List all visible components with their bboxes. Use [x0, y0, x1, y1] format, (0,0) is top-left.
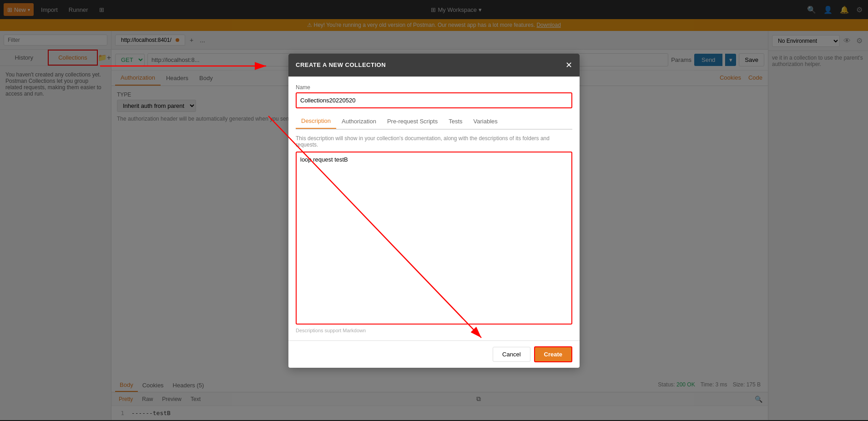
- cancel-button[interactable]: Cancel: [493, 347, 530, 362]
- modal-close-button[interactable]: ✕: [565, 60, 572, 70]
- modal-tab-prerequest[interactable]: Pre-request Scripts: [382, 114, 443, 129]
- modal-body: Name Description Authorization Pre-reque…: [288, 77, 580, 340]
- modal-tab-variables[interactable]: Variables: [468, 114, 503, 129]
- modal-tab-authorization[interactable]: Authorization: [336, 114, 382, 129]
- modal-footer: Cancel Create: [288, 340, 580, 368]
- markdown-hint: Descriptions support Markdown: [296, 328, 572, 333]
- create-button[interactable]: Create: [534, 346, 572, 362]
- modal-tabs: Description Authorization Pre-request Sc…: [296, 114, 572, 130]
- modal-name-label: Name: [296, 84, 572, 91]
- modal-tab-description[interactable]: Description: [296, 114, 336, 129]
- collection-name-input[interactable]: [296, 92, 572, 108]
- collection-description-input[interactable]: loop request testB: [296, 152, 572, 325]
- new-collection-modal: CREATE A NEW COLLECTION ✕ Name Descripti…: [288, 54, 580, 368]
- modal-title: CREATE A NEW COLLECTION: [296, 61, 386, 68]
- modal-header: CREATE A NEW COLLECTION ✕: [288, 54, 580, 77]
- modal-overlay[interactable]: CREATE A NEW COLLECTION ✕ Name Descripti…: [0, 0, 868, 420]
- modal-tab-tests[interactable]: Tests: [443, 114, 468, 129]
- modal-desc-info: This description will show in your colle…: [296, 135, 572, 148]
